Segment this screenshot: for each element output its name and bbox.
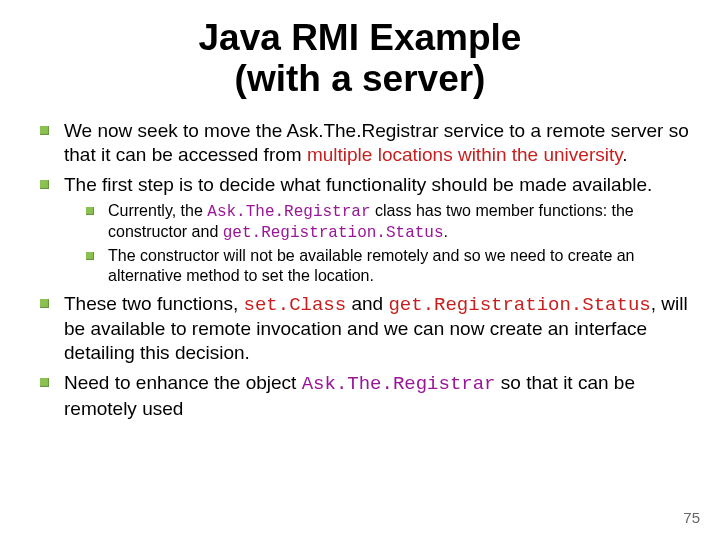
slide-title: Java RMI Example (with a server) [30, 18, 690, 99]
bullet-text: and [346, 293, 388, 314]
list-item: Currently, the Ask.The.Registrar class h… [108, 201, 690, 243]
bullet-text: Currently, the [108, 202, 207, 219]
title-line-1: Java RMI Example [199, 17, 522, 58]
slide: Java RMI Example (with a server) We now … [0, 0, 720, 540]
code-text: get.Registration.Status [388, 294, 650, 316]
highlight-text: multiple locations within the university [307, 144, 622, 165]
list-item: The first step is to decide what functio… [64, 173, 690, 286]
bullet-text: The constructor will not be available re… [108, 247, 635, 284]
sub-list: Currently, the Ask.The.Registrar class h… [64, 201, 690, 286]
code-text: set.Class [244, 294, 347, 316]
code-text: get.Registration.Status [223, 224, 444, 242]
bullet-text: These two functions, [64, 293, 244, 314]
title-line-2: (with a server) [235, 58, 486, 99]
list-item: These two functions, set.Class and get.R… [64, 292, 690, 365]
bullet-text: . [444, 223, 448, 240]
list-item: Need to enhance the object Ask.The.Regis… [64, 371, 690, 421]
page-number: 75 [683, 509, 700, 526]
bullet-text: The first step is to decide what functio… [64, 174, 652, 195]
bullet-list: We now seek to move the Ask.The.Registra… [30, 119, 690, 420]
bullet-text: . [622, 144, 627, 165]
bullet-text: Need to enhance the object [64, 372, 302, 393]
list-item: The constructor will not be available re… [108, 246, 690, 286]
code-text: Ask.The.Registrar [302, 373, 496, 395]
list-item: We now seek to move the Ask.The.Registra… [64, 119, 690, 167]
code-text: Ask.The.Registrar [207, 203, 370, 221]
